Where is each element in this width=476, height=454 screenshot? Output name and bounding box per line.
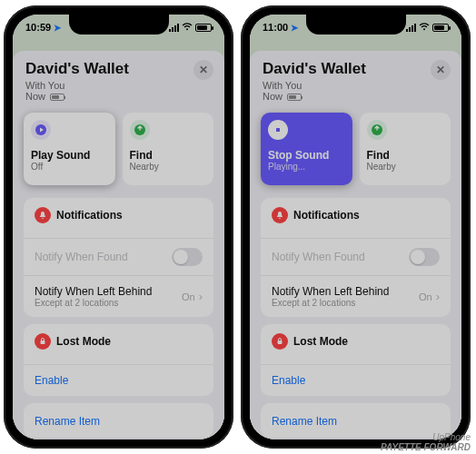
notify-when-found-toggle[interactable]	[172, 248, 203, 266]
watermark-line2: PAYETTE FORWARD	[381, 442, 471, 452]
action-tiles: Stop Sound Playing... Find Nearby	[250, 107, 461, 191]
notify-left-behind-label: Notify When Left Behind	[272, 285, 389, 298]
action-tiles: Play Sound Off Find Nearby	[13, 107, 224, 191]
item-subtitle-1: With You	[25, 80, 212, 91]
wifi-icon	[419, 23, 430, 33]
item-subtitle-2-text: Now	[25, 91, 45, 102]
status-time: 11:00	[263, 22, 288, 33]
location-icon: ➤	[54, 23, 61, 33]
find-sub: Nearby	[130, 162, 207, 172]
notch	[306, 15, 406, 35]
item-subtitle-2: Now	[25, 91, 212, 102]
sheet-header: David's Wallet With You Now ✕	[13, 51, 224, 107]
item-title: David's Wallet	[25, 60, 212, 78]
lost-mode-enable-label: Enable	[272, 374, 305, 387]
lost-mode-title: Lost Mode	[293, 335, 348, 348]
svg-rect-3	[41, 340, 45, 344]
item-subtitle-2-text: Now	[263, 91, 283, 102]
notifications-title: Notifications	[56, 209, 123, 222]
item-title: David's Wallet	[263, 60, 449, 78]
lock-icon	[35, 333, 51, 350]
sheet-header: David's Wallet With You Now ✕	[250, 51, 461, 107]
notify-left-behind-state: On	[182, 291, 195, 302]
lost-mode-section: Lost Mode Enable	[261, 324, 451, 396]
play-icon	[31, 120, 51, 140]
close-button[interactable]: ✕	[193, 60, 213, 80]
item-battery-icon	[287, 94, 302, 101]
notify-when-found-row: Notify When Found	[24, 238, 213, 275]
find-icon	[130, 120, 150, 140]
notch	[69, 15, 169, 35]
lost-mode-enable-row[interactable]: Enable	[261, 364, 451, 396]
play-sound-sub: Off	[31, 162, 108, 172]
bell-icon	[35, 207, 51, 223]
notifications-section: Notifications Notify When Found Notify W…	[261, 198, 451, 317]
lock-icon	[272, 333, 288, 350]
phone-right: 11:00 ➤ David's Wallet With You Now ✕	[241, 5, 471, 449]
play-sound-tile[interactable]: Play Sound Off	[24, 113, 115, 185]
find-tile[interactable]: Find Nearby	[360, 113, 451, 185]
notify-left-behind-row[interactable]: Notify When Left Behind Except at 2 loca…	[24, 275, 213, 317]
item-battery-icon	[50, 94, 64, 101]
chevron-right-icon: ›	[436, 290, 440, 303]
status-time: 10:59	[25, 22, 51, 33]
chevron-right-icon: ›	[199, 290, 203, 303]
lost-mode-enable-label: Enable	[35, 374, 68, 387]
find-icon	[367, 120, 387, 140]
item-subtitle-1: With You	[263, 80, 449, 91]
notifications-header: Notifications	[24, 198, 213, 238]
stop-icon	[268, 120, 288, 140]
screen-right: 11:00 ➤ David's Wallet With You Now ✕	[250, 15, 461, 439]
watermark: UpPhone PAYETTE FORWARD	[381, 432, 471, 452]
stop-sound-sub: Playing...	[268, 162, 345, 172]
notify-when-found-label: Notify When Found	[35, 251, 128, 263]
detail-sheet: David's Wallet With You Now ✕ Stop Sound…	[250, 51, 461, 439]
stop-sound-label: Stop Sound	[268, 149, 345, 162]
cell-signal-icon	[406, 24, 416, 32]
notify-left-behind-sub: Except at 2 locations	[272, 298, 389, 308]
lost-mode-enable-row[interactable]: Enable	[24, 364, 213, 396]
find-label: Find	[367, 149, 444, 162]
play-sound-label: Play Sound	[31, 149, 108, 162]
notify-when-found-toggle[interactable]	[409, 248, 440, 266]
rename-item-label: Rename Item	[35, 415, 100, 428]
cell-signal-icon	[169, 24, 179, 32]
find-sub: Nearby	[367, 162, 444, 172]
battery-icon	[432, 24, 449, 32]
find-label: Find	[130, 149, 207, 162]
notify-left-behind-label: Notify When Left Behind	[35, 285, 152, 298]
detail-sheet: David's Wallet With You Now ✕ Play Sound…	[13, 51, 224, 439]
wifi-icon	[182, 23, 193, 33]
watermark-line1: UpPhone	[381, 432, 471, 442]
notifications-section: Notifications Notify When Found Notify W…	[24, 198, 213, 317]
battery-icon	[195, 24, 212, 32]
notifications-title: Notifications	[293, 209, 360, 222]
location-icon: ➤	[291, 23, 298, 33]
svg-rect-7	[278, 340, 283, 344]
lost-mode-title: Lost Mode	[56, 335, 111, 348]
find-tile[interactable]: Find Nearby	[123, 113, 214, 185]
rename-item-label: Rename Item	[272, 415, 337, 428]
lost-mode-section: Lost Mode Enable	[24, 324, 213, 396]
notify-when-found-label: Notify When Found	[272, 251, 365, 263]
item-subtitle-2: Now	[263, 91, 449, 102]
bell-icon	[272, 207, 288, 223]
stop-sound-tile[interactable]: Stop Sound Playing...	[261, 113, 352, 185]
notify-left-behind-row[interactable]: Notify When Left Behind Except at 2 loca…	[261, 275, 451, 317]
phone-left: 10:59 ➤ David's Wallet With You Now ✕	[4, 5, 233, 449]
notify-left-behind-state: On	[419, 291, 432, 302]
close-button[interactable]: ✕	[431, 60, 451, 80]
screen-left: 10:59 ➤ David's Wallet With You Now ✕	[13, 15, 224, 439]
notify-when-found-row: Notify When Found	[261, 238, 451, 275]
rename-section[interactable]: Rename Item	[24, 403, 213, 438]
notify-left-behind-sub: Except at 2 locations	[35, 298, 152, 308]
svg-rect-5	[276, 128, 280, 132]
